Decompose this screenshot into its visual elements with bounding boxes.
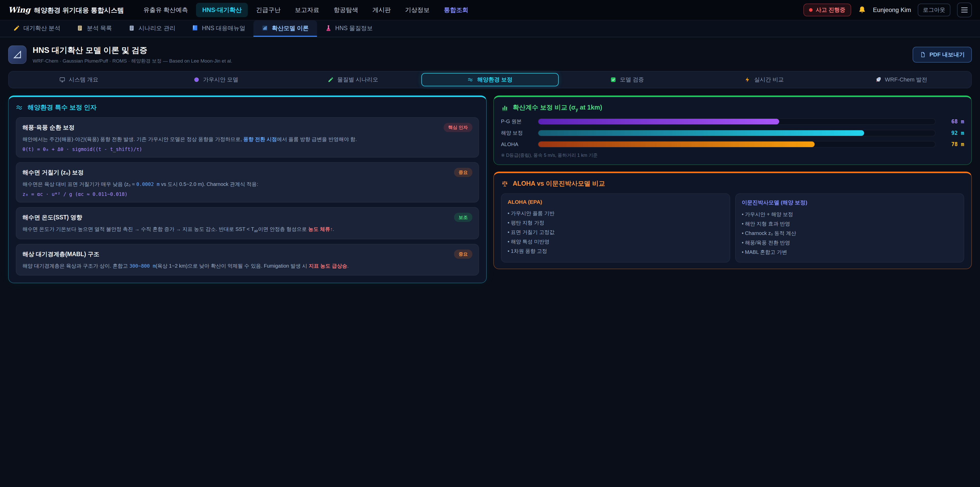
subnav-tab-analysis[interactable]: 대기확산 분석 (5, 21, 68, 37)
page-title-block: HNS 대기확산 모델 이론 및 검증 WRF-Chem · Gaussian … (33, 45, 232, 64)
subnav-tab-label: HNS 물질정보 (335, 24, 373, 32)
menu-item-hns-diffusion[interactable]: HNS·대기확산 (196, 3, 248, 17)
factor-card-mabl: 해상 대기경계층(MABL) 구조 중요 해양 대기경계층은 육상과 구조가 상… (16, 244, 479, 276)
section-tab-label: 해양환경 보정 (477, 76, 512, 83)
brand[interactable]: Wing 해양환경 위기대응 통합시스템 (8, 5, 124, 15)
pdf-export-label: PDF 내보내기 (929, 51, 965, 59)
bar-row-pg: P-G 원본 68 m (501, 118, 964, 125)
brand-name: 해양환경 위기대응 통합시스템 (34, 6, 124, 15)
document-icon (920, 51, 926, 58)
factor-body: 해수면은 육상 대비 표면 거칠기가 매우 낮음 (z₀ ≈ 0.0002 m … (22, 180, 473, 188)
compare-box-title: 이문진박사모델 (해양 보정) (742, 199, 958, 206)
book-icon (192, 25, 198, 31)
right-column: 확산계수 보정 비교 (σy at 1km) P-G 원본 68 m 해양 보정… (493, 96, 972, 269)
list-item: Charnock z₀ 동적 계산 (742, 228, 958, 238)
factor-header: 해수면 온도(SST) 영향 보조 (22, 213, 473, 222)
hamburger-menu-icon[interactable] (957, 3, 972, 18)
factor-formula: z₀ = αc · u*² / g (αc ≈ 0.011~0.018) (22, 191, 473, 197)
logout-button[interactable]: 로그아웃 (918, 3, 950, 16)
main-menu: 유출유 확산예측 HNS·대기확산 긴급구난 보고자료 항공탐색 게시판 기상정… (137, 3, 474, 17)
factor-body: 해양 대기경계층은 육상과 구조가 상이. 혼합고 300~800 m(육상 1… (22, 262, 473, 270)
section-tab-overview[interactable]: 시스템 개요 (10, 73, 147, 86)
menu-item-integrated-search[interactable]: 통합조회 (438, 3, 474, 17)
compare-box-title: ALOHA (EPA) (508, 199, 724, 205)
comparison-grid: ALOHA (EPA) 가우시안 플룸 기반 평탄 지형 가정 표면 거칠기 고… (501, 193, 964, 262)
factor-card-sea-land-breeze: 해풍·육풍 순환 보정 핵심 인자 해안에서는 주간(해풍)·야간(육풍) 풍향… (16, 117, 479, 158)
topbar-right: 사고 진행중 Eunjeong Kim 로그아웃 (803, 3, 972, 18)
factor-card-surface-roughness: 해수면 거칠기 (z₀) 보정 중요 해수면은 육상 대비 표면 거칠기가 매우… (16, 162, 479, 203)
brand-logo: Wing (8, 5, 30, 14)
bar-chart-icon (501, 104, 509, 112)
pdf-export-button[interactable]: PDF 내보내기 (913, 47, 972, 62)
list-icon (76, 25, 83, 31)
section-tab-scenario[interactable]: 물질별 시나리오 (284, 73, 422, 86)
menu-item-reports[interactable]: 보고자료 (289, 3, 325, 17)
scale-icon (501, 180, 509, 187)
bar-row-aloha: ALOHA 78 m (501, 141, 964, 148)
bar-row-marine: 해양 보정 92 m (501, 129, 964, 136)
list-item: MABL 혼합고 가변 (742, 247, 958, 257)
rocket-icon (875, 77, 881, 83)
card-title: ALOHA vs 이문진박사모델 비교 (513, 179, 605, 188)
flask-icon (325, 25, 332, 31)
bolt-icon (745, 77, 751, 83)
list-item: 평탄 지형 가정 (508, 218, 724, 228)
bar-track (538, 130, 935, 136)
priority-badge: 보조 (454, 213, 473, 222)
marine-correction-card: 해양환경 특수 보정 인자 해풍·육풍 순환 보정 핵심 인자 해안에서는 주간… (8, 96, 487, 283)
factor-header: 해상 대기경계층(MABL) 구조 중요 (22, 249, 473, 259)
app-root: Wing 해양환경 위기대응 통합시스템 유출유 확산예측 HNS·대기확산 긴… (0, 0, 980, 291)
subnav-tab-hns-substance[interactable]: HNS 물질정보 (317, 21, 381, 37)
section-tab-gaussian[interactable]: 가우시안 모델 (147, 73, 284, 86)
subnav-tab-label: 확산모델 이론 (272, 24, 309, 32)
factor-header: 해풍·육풍 순환 보정 핵심 인자 (22, 123, 473, 132)
menu-item-air-search[interactable]: 항공탐색 (328, 3, 364, 17)
list-item: 가우시안 플룸 기반 (508, 209, 724, 218)
section-tab-label: 물질별 시나리오 (337, 76, 378, 83)
subnav-tab-label: 시나리오 관리 (138, 24, 175, 32)
sigma-comparison-card: 확산계수 보정 비교 (σy at 1km) P-G 원본 68 m 해양 보정… (493, 96, 972, 165)
section-tab-realtime[interactable]: 실시간 비교 (696, 73, 833, 86)
subnav-tab-scenario-mgmt[interactable]: 시나리오 관리 (120, 21, 183, 37)
section-tab-marine-correction[interactable]: 해양환경 보정 (422, 73, 558, 86)
card-header: 확산계수 보정 비교 (σy at 1km) (501, 103, 964, 112)
bar-track (538, 118, 935, 125)
subnav-tab-hns-manual[interactable]: HNS 대응매뉴얼 (183, 21, 253, 37)
gaussian-icon (193, 77, 200, 83)
user-name: Eunjeong Kim (873, 6, 911, 14)
section-tab-label: 모델 검증 (620, 76, 644, 83)
factor-formula: θ(t) = θ₀ + Δθ · sigmoid((t - t_shift)/τ… (22, 146, 473, 152)
section-tab-label: 가우시안 모델 (203, 76, 239, 83)
bar-value: 78 m (941, 141, 964, 147)
incident-status-label: 사고 진행중 (816, 6, 845, 14)
subnav-tab-analysis-list[interactable]: 분석 목록 (68, 21, 120, 37)
menu-item-weather[interactable]: 기상정보 (399, 3, 436, 17)
subnav-tab-model-theory[interactable]: 확산모델 이론 (253, 21, 317, 37)
bar-track (538, 141, 935, 148)
subnav-tab-label: 대기확산 분석 (24, 24, 60, 32)
page-subtitle: WRF-Chem · Gaussian Plume/Puff · ROMS · … (33, 58, 232, 64)
list-item: 해풍/육풍 전환 반영 (742, 238, 958, 247)
status-dot-icon (809, 8, 813, 12)
incident-status-badge[interactable]: 사고 진행중 (803, 3, 851, 16)
main-content: 해양환경 특수 보정 인자 해풍·육풍 순환 보정 핵심 인자 해안에서는 주간… (0, 88, 980, 291)
bar-fill (538, 142, 815, 147)
list-item: 해안 지형 효과 반영 (742, 219, 958, 228)
list-item: 가우시안 + 해양 보정 (742, 210, 958, 219)
factor-title: 해수면 거칠기 (z₀) 보정 (22, 169, 84, 176)
card-header: ALOHA vs 이문진박사모델 비교 (501, 179, 964, 188)
wave-icon (468, 77, 474, 83)
menu-item-board[interactable]: 게시판 (366, 3, 397, 17)
page-header: HNS 대기확산 모델 이론 및 검증 WRF-Chem · Gaussian … (0, 37, 980, 70)
factor-title: 해수면 온도(SST) 영향 (22, 214, 82, 221)
menu-item-oil-spill[interactable]: 유출유 확산예측 (137, 3, 194, 17)
card-title: 해양환경 특수 보정 인자 (27, 103, 97, 112)
priority-badge: 중요 (454, 249, 473, 259)
menu-item-rescue[interactable]: 긴급구난 (250, 3, 286, 17)
factor-body: 해안에서는 주간(해풍)·야간(육풍) 풍향 전환 발생. 기존 가우시안 모델… (22, 135, 473, 143)
card-header: 해양환경 특수 보정 인자 (16, 103, 479, 112)
bell-icon[interactable] (858, 6, 866, 14)
section-tab-wrfchem[interactable]: WRF-Chem 발전 (833, 73, 970, 86)
section-tab-validation[interactable]: 모델 검증 (558, 73, 696, 86)
card-title: 확산계수 보정 비교 (σy at 1km) (513, 103, 602, 112)
